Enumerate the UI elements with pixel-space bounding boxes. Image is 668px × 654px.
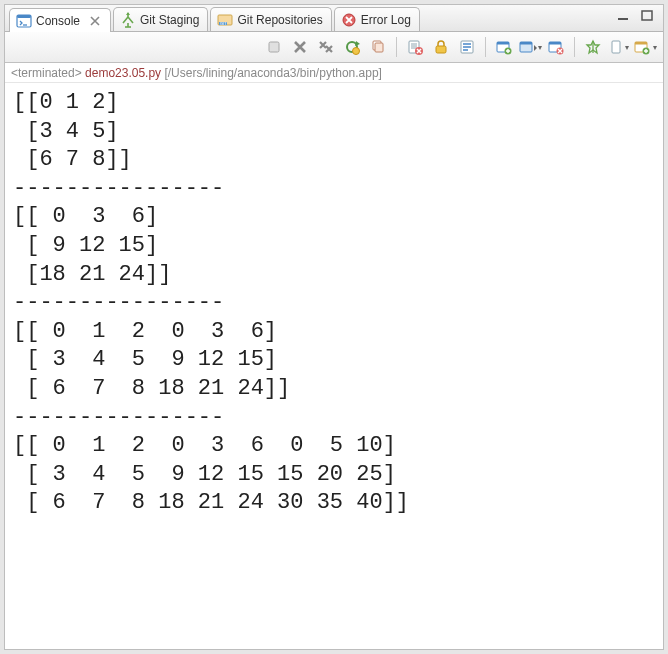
svg-rect-14 <box>375 43 383 52</box>
svg-rect-23 <box>520 42 532 45</box>
tab-label: Error Log <box>361 13 411 27</box>
console-toolbar: ▾ ▾ <box>5 32 663 63</box>
toolbar-separator <box>485 37 486 57</box>
view-system-buttons <box>615 9 657 23</box>
word-wrap-icon[interactable] <box>455 35 479 59</box>
open-console-icon[interactable] <box>492 35 516 59</box>
svg-rect-7 <box>618 18 628 20</box>
svg-text:GIT: GIT <box>220 21 227 26</box>
status-title: demo23.05.py <box>85 66 161 80</box>
chevron-down-icon: ▾ <box>538 43 542 52</box>
restart-launch-icon[interactable] <box>340 35 364 59</box>
launch-status-line: <terminated> demo23.05.py [/Users/lining… <box>5 63 663 83</box>
new-console-icon[interactable]: ▾ <box>633 35 657 59</box>
console-output-area[interactable]: [[0 1 2] [3 4 5] [6 7 8]] --------------… <box>5 83 663 649</box>
chevron-down-icon: ▾ <box>653 43 657 52</box>
svg-rect-8 <box>642 11 652 20</box>
git-staging-icon <box>120 12 136 28</box>
svg-marker-24 <box>534 45 537 51</box>
console-view-panel: Console Git Staging <box>4 4 664 650</box>
minimize-view-icon[interactable] <box>615 9 633 23</box>
tab-git-staging[interactable]: Git Staging <box>113 7 208 31</box>
svg-point-12 <box>353 48 360 55</box>
svg-rect-1 <box>17 15 31 18</box>
console-settings-icon[interactable]: ▾ <box>607 35 631 59</box>
display-selected-console-icon[interactable]: ▾ <box>518 35 542 59</box>
view-tabstrip: Console Git Staging <box>5 5 663 32</box>
console-icon <box>16 13 32 29</box>
status-prefix: <terminated> <box>11 66 85 80</box>
toolbar-separator <box>396 37 397 57</box>
chevron-down-icon: ▾ <box>625 43 629 52</box>
tab-label: Git Staging <box>140 13 199 27</box>
scroll-lock-icon[interactable] <box>429 35 453 59</box>
copy-output-icon[interactable] <box>366 35 390 59</box>
tab-git-repositories[interactable]: GIT Git Repositories <box>210 7 331 31</box>
remove-launch-icon[interactable] <box>288 35 312 59</box>
close-tab-icon[interactable] <box>88 14 102 28</box>
tab-label: Console <box>36 14 80 28</box>
remove-all-terminated-icon[interactable] <box>314 35 338 59</box>
svg-marker-2 <box>126 12 130 15</box>
status-path: [/Users/lining/anaconda3/bin/python.app] <box>161 66 382 80</box>
svg-rect-26 <box>549 42 561 45</box>
svg-rect-9 <box>269 42 279 52</box>
clear-console-icon[interactable] <box>403 35 427 59</box>
maximize-view-icon[interactable] <box>639 9 657 23</box>
tab-error-log[interactable]: Error Log <box>334 7 420 31</box>
toolbar-separator <box>574 37 575 57</box>
tab-console[interactable]: Console <box>9 8 111 32</box>
svg-rect-31 <box>635 42 647 45</box>
error-log-icon <box>341 12 357 28</box>
terminate-button[interactable] <box>262 35 286 59</box>
pin-console-icon[interactable] <box>581 35 605 59</box>
git-repositories-icon: GIT <box>217 12 233 28</box>
console-output-text: [[0 1 2] [3 4 5] [6 7 8]] --------------… <box>13 89 655 518</box>
svg-rect-29 <box>612 41 620 53</box>
svg-rect-20 <box>497 42 509 45</box>
close-console-icon[interactable] <box>544 35 568 59</box>
svg-rect-17 <box>436 46 446 53</box>
tab-label: Git Repositories <box>237 13 322 27</box>
